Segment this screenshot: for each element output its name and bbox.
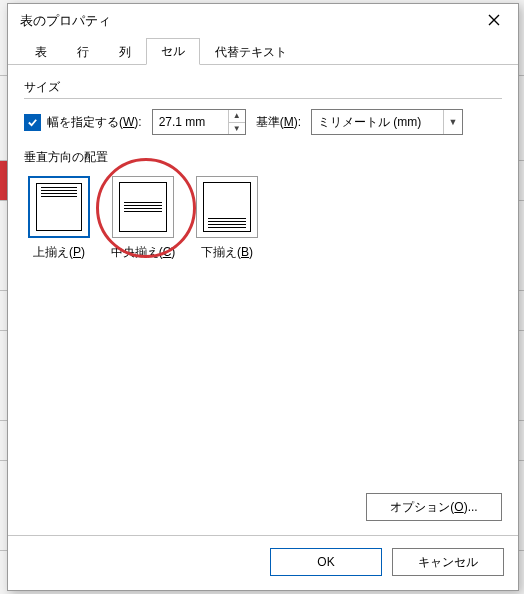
spinner-down-icon[interactable]: ▼ [229, 123, 245, 135]
spinner-up-icon[interactable]: ▲ [229, 110, 245, 123]
cancel-button[interactable]: キャンセル [392, 548, 504, 576]
valign-center[interactable]: 中央揃え(C) [108, 176, 178, 261]
size-divider [24, 98, 502, 99]
valign-bottom-box [196, 176, 258, 238]
size-row: 幅を指定する(W): 27.1 mm ▲ ▼ 基準(M): ミリメートル (mm… [24, 109, 502, 135]
dialog-content: サイズ 幅を指定する(W): 27.1 mm ▲ ▼ 基準(M): [8, 65, 518, 493]
options-row: オプション(O)... [8, 493, 518, 527]
size-label: サイズ [24, 79, 502, 96]
valign-label: 垂直方向の配置 [24, 149, 502, 166]
specify-width-checkbox[interactable]: 幅を指定する(W): [24, 114, 142, 131]
titlebar: 表のプロパティ [8, 4, 518, 38]
spinner-arrows: ▲ ▼ [228, 110, 245, 134]
dialog-title: 表のプロパティ [20, 12, 111, 30]
tab-alt-text[interactable]: 代替テキスト [200, 39, 302, 65]
valign-bottom-caption: 下揃え(B) [201, 244, 253, 261]
measure-value: ミリメートル (mm) [312, 110, 443, 134]
tab-bar: 表 行 列 セル 代替テキスト [8, 38, 518, 65]
specify-width-label: 幅を指定する(W): [47, 114, 142, 131]
valign-top[interactable]: 上揃え(P) [24, 176, 94, 261]
width-spinner[interactable]: 27.1 mm ▲ ▼ [152, 109, 246, 135]
valign-bottom[interactable]: 下揃え(B) [192, 176, 262, 261]
valign-row: 上揃え(P) 中央揃え(C) 下揃え(B) [24, 176, 502, 261]
valign-top-caption: 上揃え(P) [33, 244, 85, 261]
tab-cell[interactable]: セル [146, 38, 200, 65]
tab-row[interactable]: 行 [62, 39, 104, 65]
tab-column[interactable]: 列 [104, 39, 146, 65]
checkbox-icon [24, 114, 41, 131]
valign-top-box [28, 176, 90, 238]
close-icon [488, 14, 500, 29]
measure-label: 基準(M): [256, 114, 301, 131]
close-button[interactable] [478, 7, 510, 35]
options-button[interactable]: オプション(O)... [366, 493, 502, 521]
valign-center-caption: 中央揃え(C) [111, 244, 176, 261]
chevron-down-icon: ▼ [443, 110, 462, 134]
measure-combo[interactable]: ミリメートル (mm) ▼ [311, 109, 463, 135]
ok-button[interactable]: OK [270, 548, 382, 576]
table-properties-dialog: 表のプロパティ 表 行 列 セル 代替テキスト サイズ 幅を指定する(W): [7, 3, 519, 591]
width-value: 27.1 mm [153, 110, 228, 134]
button-row: OK キャンセル [8, 536, 518, 590]
valign-center-box [112, 176, 174, 238]
tab-table[interactable]: 表 [20, 39, 62, 65]
